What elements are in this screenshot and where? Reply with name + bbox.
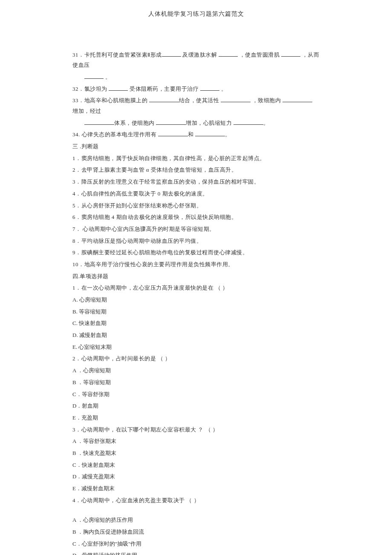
mcq-option: E．减慢射血期末 [72,483,320,494]
blank [219,51,238,57]
page-title: 人体机能学复习练习题第六篇范文 [72,9,320,20]
mcq-option: A ．心房缩短的挤压作用 [72,515,320,526]
blank [221,96,251,102]
judge-item: 2．去甲肾上腺素主要与血管 α 受体结合使血管缩短，血压高升。 [72,165,320,175]
judge-item: 7． 心动周期中心室内压急骤高升的时期是等容缩短期。 [72,224,320,235]
mcq-option: B ．快速充盈期末 [72,448,320,459]
judge-item: 3．降压反射的生理意义在于经常监察血压的变动，保持血压的相对牢固。 [72,177,320,187]
judge-item: 9．胺碘酮主要经过延长心肌细胞动作电位的复极过程而使心律减慢。 [72,247,320,258]
text: 。 [104,74,111,80]
mcq-question: 1．在一次心动周期中，左心室压力高升速度最快的是在 （ ） [72,283,320,293]
blank [84,73,104,79]
text: 和 [188,131,195,138]
fill-q31-cont: 。 [72,72,320,83]
blank [282,96,312,102]
blank [109,85,128,91]
text: 受体阻断药，主要用于治疗 [128,86,200,92]
mcq-option: B ．胸内负压促进静脉血回流 [72,527,320,538]
fill-q33: 33．地高辛和心肌细胞膜上的 结合，使其活性 ，致细胞内 增加，经过 [72,95,320,116]
text: 体系，使细胞内 [114,120,156,126]
fill-q34: 34. 心律失态的基本电生理作用有 和 。 [72,129,320,140]
mcq-option: C．快速射血期末 [72,460,320,471]
judge-item: 5．从心房舒张开始到心室舒张结束称悉心舒张期。 [72,201,320,211]
mcq-option: E. 心室缩短末期 [72,342,320,353]
text: ，致细胞内 [251,97,282,104]
blank [156,119,186,125]
mcq-question: 3．心动周期中，在以下哪个时期左心室容积最大 ？ （ ） [72,425,320,435]
mcq-option: D．减慢充盈期末 [72,472,320,482]
blank [233,119,263,125]
judge-item: 4．心肌自律性的高低主要取决于 0 期去极化的速度。 [72,189,320,199]
text: 。 [263,120,269,126]
fill-q33-cont: 体系，使细胞内 增加，心肌缩短力 。 [72,118,320,129]
text: 结合，使其活性 [179,97,221,104]
text: 31．卡托普利可使血管紧张素Ⅱ形成 [72,52,162,58]
mcq-option: B. 等容缩短期 [72,307,320,317]
text: 及缓激肽水解 [181,52,219,58]
mcq-option: C．心室舒张时的"抽吸"作用 [72,539,320,549]
text: 。 [219,86,227,92]
blank [281,51,300,57]
mcq-option: A ．心房缩短期 [72,365,320,376]
mcq-option: D. 减慢射血期 [72,330,320,341]
blank [158,130,188,136]
mcq-option: C．等容舒张期 [72,389,320,400]
judge-item: 10．地高辛用于治疗慢性心衰的主要药理作用是负性频率作用。 [72,259,320,270]
text: 34. 心律失态的基本电生理作用有 [72,131,158,138]
blank [149,96,179,102]
section-3-title: 三 .判断题 [72,141,320,152]
blank [84,119,114,125]
blank [200,85,219,91]
mcq-list: 1．在一次心动周期中，左心室压力高升速度最快的是在 （ ）A. 心房缩短期B. … [72,283,320,555]
text: ，使血管圆滑肌 [238,52,281,58]
mcq-option: D．射血期 [72,401,320,411]
text: 32．氯沙坦为 [72,86,109,92]
mcq-option: A ．等容舒张期末 [72,436,320,447]
mcq-option: A. 心房缩短期 [72,295,320,305]
mcq-option: D．骨骼肌活动的挤压作用 [72,550,320,555]
fill-q32: 32．氯沙坦为 受体阻断药，主要用于治疗 。 [72,84,320,95]
text: 增加，心肌缩短力 [186,120,233,126]
mcq-option: C. 快速射血期 [72,318,320,329]
fill-q31: 31．卡托普利可使血管紧张素Ⅱ形成 及缓激肽水解 ，使血管圆滑肌 ，从而使血压 [72,50,320,71]
judge-item: 1．窦房结细胞，属于快反响自律细胞，其自律性高，是心脏的正常起博点。 [72,153,320,164]
text: 增加，经过 [72,108,101,114]
judge-item: 6．窦房结细胞 4 期自动去极化的速度最快，所以是快反响细胞。 [72,212,320,223]
judge-item: 8．平均动脉压是指心动周期中动脉血压的平均值。 [72,236,320,247]
content-body: 31．卡托普利可使血管紧张素Ⅱ形成 及缓激肽水解 ，使血管圆滑肌 ，从而使血压 … [72,50,320,555]
mcq-question: 2．心动周期中，占时间最长的是 （ ） [72,354,320,364]
section-4-title: 四.单项选择题 [72,271,320,282]
mcq-option: E．充盈期 [72,413,320,423]
mcq-option: B ．等容缩短期 [72,377,320,388]
text: 33．地高辛和心肌细胞膜上的 [72,97,149,104]
document-page: 人体机能学复习练习题第六篇范文 31．卡托普利可使血管紧张素Ⅱ形成 及缓激肽水解… [0,0,392,555]
blank [162,51,181,57]
judge-list: 1．窦房结细胞，属于快反响自律细胞，其自律性高，是心脏的正常起博点。2．去甲肾上… [72,153,320,270]
blank [195,130,225,136]
text: 。 [225,131,231,138]
mcq-question: 4．心动周期中，心室血液的充盈主要取决于 （ ） [72,495,320,506]
